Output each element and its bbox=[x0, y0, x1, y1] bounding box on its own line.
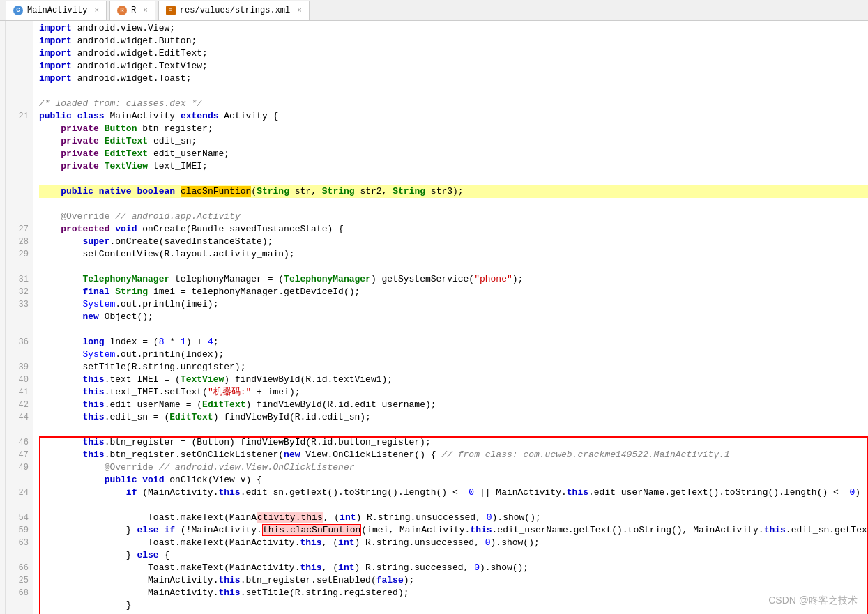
tab-icon-r: R bbox=[117, 6, 127, 15]
line-numbers: 2127282931323336394041424446474924545963… bbox=[6, 21, 33, 614]
line-num: 40 bbox=[6, 374, 29, 386]
line-num bbox=[6, 499, 29, 512]
tab-r[interactable]: R R × bbox=[109, 1, 155, 20]
code-line bbox=[39, 261, 868, 273]
code-line: MainActivity.this.btn_register.setEnable… bbox=[39, 574, 868, 587]
code-line: } else { bbox=[39, 549, 868, 562]
line-num bbox=[6, 135, 29, 148]
code-line: import android.view.View; bbox=[39, 22, 868, 35]
line-num: 59 bbox=[6, 524, 29, 537]
line-num bbox=[6, 22, 29, 35]
code-line: System.out.println(imei); bbox=[39, 298, 868, 311]
code-line bbox=[39, 424, 868, 436]
code-line bbox=[39, 85, 868, 98]
code-line: super.onCreate(savedInstanceState); bbox=[39, 236, 868, 248]
line-num bbox=[6, 123, 29, 135]
line-num bbox=[6, 60, 29, 72]
code-line: this.btn_register.setOnClickListener(new… bbox=[39, 449, 868, 461]
code-editor[interactable]: import android.view.View;import android.… bbox=[33, 21, 868, 614]
line-num bbox=[6, 173, 29, 185]
line-num bbox=[6, 599, 29, 612]
code-line: private EditText edit_userName; bbox=[39, 148, 868, 160]
watermark: CSDN @咚客之技术 bbox=[768, 594, 858, 607]
line-num bbox=[6, 148, 29, 160]
line-num bbox=[6, 35, 29, 47]
code-line: import android.widget.Toast; bbox=[39, 72, 868, 85]
tab-icon-xml: ≡ bbox=[166, 6, 176, 15]
line-num: 25 bbox=[6, 574, 29, 587]
code-line: new Object(); bbox=[39, 311, 868, 323]
code-line: MainActivity.this.setTitle(R.string.regi… bbox=[39, 587, 868, 599]
line-num: 68 bbox=[6, 587, 29, 599]
code-line: import android.widget.TextView; bbox=[39, 60, 868, 72]
line-num: 36 bbox=[6, 336, 29, 348]
code-line: private EditText edit_sn; bbox=[39, 135, 868, 148]
code-line: if (MainActivity.this.edit_sn.getText().… bbox=[39, 486, 868, 499]
line-num bbox=[6, 549, 29, 562]
line-num: 28 bbox=[6, 236, 29, 248]
line-num bbox=[6, 47, 29, 60]
line-num: 32 bbox=[6, 286, 29, 298]
line-num: 46 bbox=[6, 436, 29, 449]
line-num bbox=[6, 85, 29, 98]
code-line: private Button btn_register; bbox=[39, 123, 868, 135]
code-line: public class MainActivity extends Activi… bbox=[39, 110, 868, 123]
tab-mainactivity[interactable]: C MainActivity × bbox=[6, 1, 107, 20]
code-line: TelephonyManager telephonyManager = (Tel… bbox=[39, 273, 868, 286]
line-num bbox=[6, 210, 29, 223]
code-line bbox=[39, 323, 868, 336]
line-num bbox=[6, 185, 29, 198]
code-line: } bbox=[39, 599, 868, 612]
code-line bbox=[39, 198, 868, 210]
code-line bbox=[39, 499, 868, 512]
line-num bbox=[6, 348, 29, 361]
left-gutter-strip bbox=[0, 21, 6, 614]
line-num bbox=[6, 424, 29, 436]
code-line: this.text_IMEI.setText("机器码:" + imei); bbox=[39, 386, 868, 399]
code-line: private TextView text_IMEI; bbox=[39, 160, 868, 173]
code-line: Toast.makeText(MainActivity.this, (int) … bbox=[39, 537, 868, 549]
code-line: @Override // android.view.View.OnClickLi… bbox=[39, 461, 868, 474]
code-line: final String imei = telephonyManager.get… bbox=[39, 286, 868, 298]
line-num: 21 bbox=[6, 110, 29, 123]
code-line: import android.widget.EditText; bbox=[39, 47, 868, 60]
line-num bbox=[6, 261, 29, 273]
line-num: 31 bbox=[6, 273, 29, 286]
line-num: 63 bbox=[6, 537, 29, 549]
line-num: 54 bbox=[6, 512, 29, 524]
code-line: setContentView(R.layout.activity_main); bbox=[39, 248, 868, 261]
line-num: 49 bbox=[6, 461, 29, 474]
line-num: 39 bbox=[6, 361, 29, 374]
code-line: System.out.println(lndex); bbox=[39, 348, 868, 361]
tab-r-label: R bbox=[131, 6, 136, 15]
code-line: this.btn_register = (Button) findViewByI… bbox=[39, 436, 868, 449]
line-num: 24 bbox=[6, 486, 29, 499]
editor-container: 2127282931323336394041424446474924545963… bbox=[0, 21, 868, 614]
line-num: 33 bbox=[6, 298, 29, 311]
tab-r-close[interactable]: × bbox=[143, 6, 148, 15]
tab-xml-close[interactable]: × bbox=[297, 6, 302, 15]
code-line: public native boolean clacSnFuntion(Stri… bbox=[39, 185, 868, 198]
line-num: 29 bbox=[6, 248, 29, 261]
code-line: Toast.makeText(MainActivity.this, (int) … bbox=[39, 512, 868, 524]
line-num bbox=[6, 198, 29, 210]
line-num: 41 bbox=[6, 386, 29, 399]
tab-xml-label: res/values/strings.xml bbox=[180, 6, 290, 15]
line-num bbox=[6, 311, 29, 323]
line-num bbox=[6, 98, 29, 110]
code-line: } else if (!MainActivity.this.clacSnFunt… bbox=[39, 524, 868, 537]
code-line: protected void onCreate(Bundle savedInst… bbox=[39, 223, 868, 236]
line-num bbox=[6, 72, 29, 85]
line-num: 47 bbox=[6, 449, 29, 461]
code-line: Toast.makeText(MainActivity.this, (int) … bbox=[39, 562, 868, 574]
line-num: 27 bbox=[6, 223, 29, 236]
tab-xml[interactable]: ≡ res/values/strings.xml × bbox=[158, 1, 310, 20]
code-line: this.text_IMEI = (TextView) findViewById… bbox=[39, 374, 868, 386]
code-line: this.edit_userName = (EditText) findView… bbox=[39, 399, 868, 411]
line-num: 44 bbox=[6, 411, 29, 424]
tab-mainactivity-close[interactable]: × bbox=[94, 6, 99, 15]
tab-mainactivity-label: MainActivity bbox=[27, 6, 87, 15]
line-num bbox=[6, 160, 29, 173]
code-line: @Override // android.app.Activity bbox=[39, 210, 868, 223]
code-line: setTitle(R.string.unregister); bbox=[39, 361, 868, 374]
